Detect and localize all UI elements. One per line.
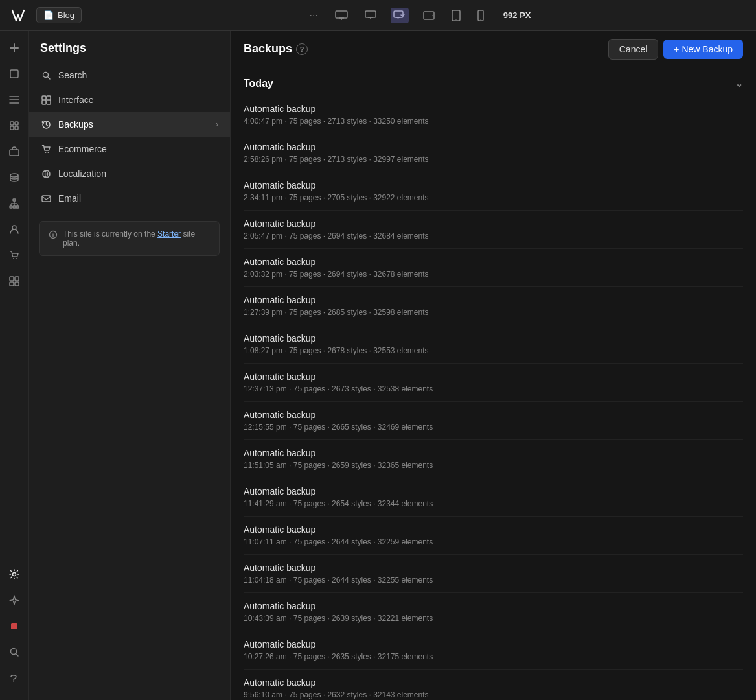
ecommerce-nav-item[interactable] bbox=[3, 244, 26, 267]
file-doc-icon: 📄 bbox=[43, 10, 54, 20]
backup-item-meta: 1:27:39 pm · 75 pages · 2685 styles · 32… bbox=[244, 308, 743, 317]
desktop-icon[interactable] bbox=[362, 8, 379, 23]
svg-rect-44 bbox=[11, 623, 17, 629]
svg-point-14 bbox=[480, 19, 481, 19]
svg-rect-24 bbox=[15, 126, 18, 130]
email-menu-label: Email bbox=[58, 193, 81, 204]
svg-point-43 bbox=[12, 573, 16, 576]
settings-menu-item-ecommerce[interactable]: Ecommerce bbox=[29, 137, 230, 161]
svg-rect-3 bbox=[365, 11, 376, 18]
svg-rect-51 bbox=[47, 96, 51, 100]
backup-item[interactable]: Automatic backup 2:03:32 pm · 75 pages ·… bbox=[244, 249, 743, 287]
backup-item[interactable]: Automatic backup 11:07:11 am · 75 pages … bbox=[244, 517, 743, 555]
add-nav-item[interactable] bbox=[3, 36, 26, 60]
backup-item-title: Automatic backup bbox=[244, 410, 743, 420]
logo[interactable] bbox=[8, 5, 29, 26]
backup-item-title: Automatic backup bbox=[244, 524, 743, 535]
svg-rect-52 bbox=[42, 100, 46, 104]
svg-rect-21 bbox=[10, 122, 14, 125]
settings-panel: Settings Search Interface B bbox=[29, 31, 231, 700]
backup-item[interactable]: Automatic backup 10:27:26 am · 75 pages … bbox=[244, 631, 743, 670]
svg-rect-39 bbox=[10, 277, 14, 281]
svg-point-12 bbox=[455, 19, 457, 20]
new-backup-button[interactable]: + New Backup bbox=[663, 40, 743, 59]
search-menu-icon bbox=[40, 69, 52, 81]
search-nav-item[interactable] bbox=[3, 640, 26, 664]
backup-item[interactable]: Automatic backup 1:27:39 pm · 75 pages ·… bbox=[244, 287, 743, 325]
mobile-icon[interactable] bbox=[475, 7, 487, 24]
cancel-button[interactable]: Cancel bbox=[608, 39, 659, 60]
backups-header: Backups ? Cancel + New Backup bbox=[231, 31, 756, 67]
menu-nav-item[interactable] bbox=[3, 88, 26, 111]
svg-point-55 bbox=[47, 152, 49, 153]
sitemap-nav-item[interactable] bbox=[3, 192, 26, 215]
backup-item[interactable]: Automatic backup 2:58:26 pm · 75 pages ·… bbox=[244, 134, 743, 172]
apps-nav-item[interactable] bbox=[3, 270, 26, 293]
backups-content: Today⌄ Automatic backup 4:00:47 pm · 75 … bbox=[231, 67, 756, 700]
tablet-landscape-icon[interactable] bbox=[420, 8, 437, 23]
backups-section-header[interactable]: Today⌄ bbox=[244, 67, 743, 96]
backup-item-meta: 11:04:18 am · 75 pages · 2644 styles · 3… bbox=[244, 576, 743, 585]
help-nav-item[interactable] bbox=[3, 666, 26, 690]
backup-item[interactable]: Automatic backup 12:37:13 pm · 75 pages … bbox=[244, 364, 743, 402]
info-box-text: This site is currently on the Starter si… bbox=[63, 229, 210, 248]
settings-menu-item-search[interactable]: Search bbox=[29, 63, 230, 88]
pages-nav-item[interactable] bbox=[3, 62, 26, 86]
backup-item-title: Automatic backup bbox=[244, 639, 743, 649]
localization-menu-icon bbox=[40, 168, 52, 180]
settings-nav-item[interactable] bbox=[3, 563, 26, 586]
cms-nav-item[interactable] bbox=[3, 166, 26, 189]
backup-item[interactable]: Automatic backup 10:43:39 am · 75 pages … bbox=[244, 593, 743, 631]
backup-item[interactable]: Automatic backup 12:15:55 pm · 75 pages … bbox=[244, 402, 743, 440]
backup-item[interactable]: Automatic backup 1:08:27 pm · 75 pages ·… bbox=[244, 325, 743, 364]
backup-item[interactable]: Automatic backup 2:34:11 pm · 75 pages ·… bbox=[244, 172, 743, 211]
more-icon[interactable]: ··· bbox=[307, 7, 321, 24]
settings-menu-item-email[interactable]: Email bbox=[29, 186, 230, 211]
backup-item[interactable]: Automatic backup 9:56:10 am · 75 pages ·… bbox=[244, 670, 743, 700]
interface-menu-label: Interface bbox=[58, 95, 93, 105]
backup-item-meta: 10:43:39 am · 75 pages · 2639 styles · 3… bbox=[244, 614, 743, 623]
backup-item[interactable]: Automatic backup 4:00:47 pm · 75 pages ·… bbox=[244, 96, 743, 134]
svg-line-49 bbox=[47, 76, 50, 79]
desktop-custom-icon[interactable] bbox=[391, 8, 409, 23]
settings-menu-item-interface[interactable]: Interface bbox=[29, 88, 230, 112]
record-nav-item[interactable] bbox=[3, 614, 26, 638]
svg-point-37 bbox=[13, 258, 14, 259]
svg-rect-28 bbox=[10, 206, 12, 208]
svg-rect-22 bbox=[15, 122, 18, 125]
backup-item[interactable]: Automatic backup 2:05:47 pm · 75 pages ·… bbox=[244, 211, 743, 249]
svg-rect-40 bbox=[15, 277, 19, 281]
localization-menu-label: Localization bbox=[58, 169, 106, 179]
backups-menu-label: Backups bbox=[58, 119, 93, 130]
backup-item-title: Automatic backup bbox=[244, 257, 743, 267]
users-nav-item[interactable] bbox=[3, 218, 26, 241]
svg-rect-41 bbox=[10, 282, 14, 286]
backup-item-title: Automatic backup bbox=[244, 448, 743, 458]
svg-rect-23 bbox=[10, 126, 14, 130]
backup-item[interactable]: Automatic backup 11:51:05 am · 75 pages … bbox=[244, 440, 743, 478]
assets-nav-item[interactable] bbox=[3, 140, 26, 163]
backup-item-meta: 11:51:05 am · 75 pages · 2659 styles · 3… bbox=[244, 461, 743, 470]
svg-point-38 bbox=[16, 258, 17, 259]
svg-line-46 bbox=[16, 654, 18, 657]
ecommerce-menu-icon bbox=[40, 143, 52, 155]
backup-item-title: Automatic backup bbox=[244, 104, 743, 114]
ai-nav-item[interactable] bbox=[3, 589, 26, 612]
tablet-icon[interactable] bbox=[449, 7, 463, 24]
settings-menu-item-backups[interactable]: Backups › bbox=[29, 112, 230, 137]
backup-item[interactable]: Automatic backup 11:41:29 am · 75 pages … bbox=[244, 478, 743, 517]
svg-rect-29 bbox=[13, 206, 16, 208]
backup-item-meta: 11:07:11 am · 75 pages · 2644 styles · 3… bbox=[244, 537, 743, 546]
backup-item-meta: 9:56:10 am · 75 pages · 2632 styles · 32… bbox=[244, 690, 743, 699]
starter-plan-link[interactable]: Starter bbox=[157, 229, 181, 239]
file-button[interactable]: 📄 Blog bbox=[36, 7, 82, 23]
backup-item-title: Automatic backup bbox=[244, 563, 743, 573]
svg-rect-17 bbox=[10, 70, 18, 78]
backup-item[interactable]: Automatic backup 11:04:18 am · 75 pages … bbox=[244, 555, 743, 593]
desktop-large-icon[interactable] bbox=[332, 8, 350, 23]
svg-rect-58 bbox=[42, 196, 51, 202]
components-nav-item[interactable] bbox=[3, 114, 26, 137]
backups-help-icon[interactable]: ? bbox=[296, 43, 308, 55]
backup-item-title: Automatic backup bbox=[244, 142, 743, 152]
settings-menu-item-localization[interactable]: Localization bbox=[29, 161, 230, 186]
